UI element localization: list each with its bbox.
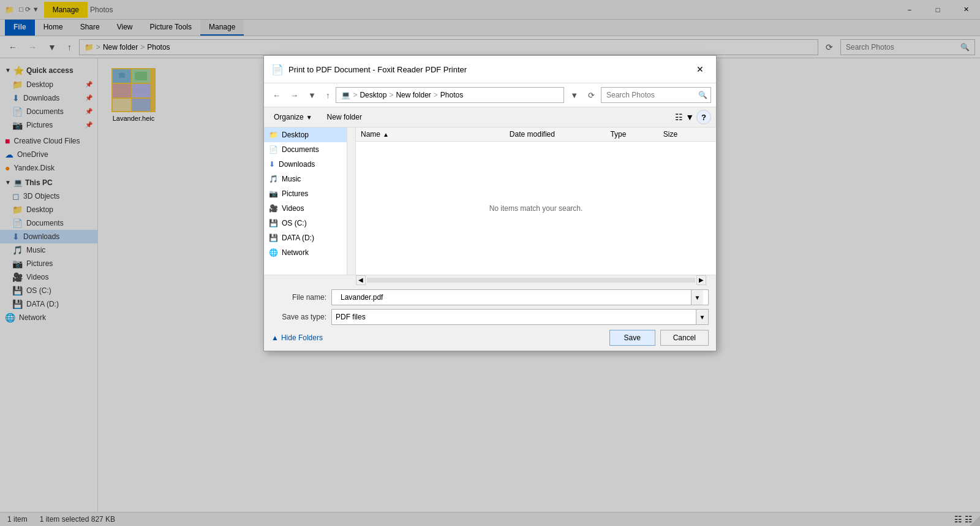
- dialog-down-button[interactable]: ▼: [304, 89, 320, 102]
- file-name-input[interactable]: [337, 293, 691, 302]
- hide-folders-label: Hide Folders: [281, 334, 323, 342]
- dlg-vid-icon: 🎥: [269, 204, 278, 213]
- dlg-desktop-label: Desktop: [282, 131, 309, 139]
- dlg-docs-label: Documents: [282, 145, 319, 154]
- save-as-input-container[interactable]: ▼: [331, 309, 709, 325]
- dialog-pc-icon: 💻: [341, 91, 350, 99]
- dlg-datad-icon: 💾: [269, 234, 278, 242]
- dlg-music-icon: 🎵: [269, 175, 278, 183]
- save-as-input[interactable]: [332, 310, 696, 324]
- organize-label: Organize: [274, 113, 304, 121]
- col-name-label: Name: [361, 130, 380, 139]
- dialog-sidebar-osc[interactable]: 💾 OS (C:): [264, 216, 355, 231]
- dialog-content: 📁 Desktop 📄 Documents ⬇ Downloads 🎵 Musi…: [264, 128, 716, 275]
- sort-icon: ▲: [383, 131, 389, 138]
- dlg-osc-label: OS (C:): [282, 219, 307, 227]
- dialog-forward-button[interactable]: →: [287, 89, 302, 102]
- dialog-buttons: Save Cancel: [609, 330, 709, 346]
- dlg-music-label: Music: [282, 175, 301, 183]
- dialog-nav: ← → ▼ ↑ 💻 > Desktop > New folder > Photo…: [264, 83, 716, 107]
- dialog-breadcrumb-desktop[interactable]: Desktop: [360, 91, 386, 99]
- dialog-file-area: Name ▲ Date modified Type Size No items …: [356, 128, 716, 275]
- dlg-dl-label: Downloads: [279, 160, 315, 169]
- save-as-field: Save as type: ▼: [271, 309, 709, 325]
- no-items-message: No items match your search.: [356, 142, 716, 275]
- dialog-search-bar[interactable]: 🔍: [601, 87, 711, 103]
- dialog-search-input[interactable]: [606, 91, 698, 99]
- dialog-bottom: File name: ▼ Save as type: ▼ ▲: [264, 284, 716, 351]
- dialog-hscrollbar[interactable]: ◀ ▶: [264, 275, 716, 284]
- save-dialog: 📄 Print to PDF Document - Foxit Reader P…: [263, 55, 717, 351]
- file-name-field: File name: ▼: [271, 289, 709, 305]
- save-as-label: Save as type:: [271, 313, 326, 321]
- dialog-breadcrumb-sep2: >: [434, 91, 438, 99]
- save-as-dropdown[interactable]: ▼: [696, 310, 708, 324]
- dialog-sidebar-desktop[interactable]: 📁 Desktop: [264, 128, 355, 142]
- dialog-search-icon: 🔍: [698, 91, 707, 99]
- dialog-help-button[interactable]: ?: [696, 110, 711, 124]
- dialog-app-icon: 📄: [271, 64, 284, 75]
- dialog-view-dropdown[interactable]: ▼: [685, 112, 694, 122]
- dialog-title-text: Print to PDF Document - Foxit Reader PDF…: [288, 65, 687, 74]
- dlg-vid-label: Videos: [282, 204, 304, 213]
- dialog-title-bar: 📄 Print to PDF Document - Foxit Reader P…: [264, 56, 716, 83]
- col-date-header[interactable]: Date modified: [510, 130, 606, 139]
- dialog-file-header: Name ▲ Date modified Type Size: [356, 128, 716, 142]
- dialog-sidebar-datad[interactable]: 💾 DATA (D:): [264, 231, 355, 245]
- dialog-breadcrumb-sep0: >: [353, 91, 357, 99]
- dialog-overlay: 📄 Print to PDF Document - Foxit Reader P…: [0, 0, 980, 526]
- hide-folders-toggle[interactable]: ▲ Hide Folders: [271, 334, 323, 342]
- dialog-breadcrumb-sep1: >: [389, 91, 393, 99]
- resize-handle[interactable]: [970, 516, 980, 526]
- hscroll-track[interactable]: [367, 278, 695, 283]
- file-name-dropdown[interactable]: ▼: [691, 290, 703, 305]
- dlg-pics-label: Pictures: [282, 189, 308, 198]
- dialog-dropdown-button[interactable]: ▼: [567, 89, 582, 102]
- dialog-sidebar-music[interactable]: 🎵 Music: [264, 172, 355, 186]
- dialog-refresh-button[interactable]: ⟳: [584, 89, 598, 102]
- new-folder-button[interactable]: New folder: [322, 111, 367, 123]
- dialog-sidebar-videos[interactable]: 🎥 Videos: [264, 201, 355, 216]
- dlg-osc-icon: 💾: [269, 219, 278, 227]
- col-name-header[interactable]: Name ▲: [361, 130, 505, 139]
- dlg-docs-icon: 📄: [269, 145, 278, 154]
- dlg-pics-icon: 📷: [269, 189, 278, 198]
- hscroll-left[interactable]: ◀: [356, 275, 366, 285]
- organize-button[interactable]: Organize ▼: [269, 111, 317, 123]
- dlg-net-icon: 🌐: [269, 248, 278, 257]
- file-name-label: File name:: [271, 293, 326, 302]
- organize-dropdown-icon: ▼: [306, 114, 312, 121]
- dialog-cancel-button[interactable]: Cancel: [660, 330, 709, 346]
- hide-folders-chevron: ▲: [271, 334, 279, 342]
- dialog-actions: ▲ Hide Folders Save Cancel: [271, 330, 709, 346]
- dialog-sidebar-documents[interactable]: 📄 Documents: [264, 142, 355, 157]
- dialog-sidebar-downloads[interactable]: ⬇ Downloads: [264, 157, 355, 172]
- dialog-view-button[interactable]: ☷: [675, 112, 683, 122]
- col-type-header[interactable]: Type: [610, 130, 658, 139]
- dialog-sidebar: 📁 Desktop 📄 Documents ⬇ Downloads 🎵 Musi…: [264, 128, 356, 275]
- hscroll-right[interactable]: ▶: [696, 275, 706, 285]
- dlg-datad-label: DATA (D:): [282, 234, 314, 242]
- dialog-save-button[interactable]: Save: [609, 330, 655, 346]
- dialog-breadcrumb-newfolder[interactable]: New folder: [396, 91, 431, 99]
- dialog-up-button[interactable]: ↑: [322, 89, 334, 102]
- dialog-sidebar-scrollbar[interactable]: [347, 128, 355, 275]
- dialog-sidebar-pictures[interactable]: 📷 Pictures: [264, 186, 355, 201]
- col-size-header[interactable]: Size: [663, 130, 711, 139]
- dialog-back-button[interactable]: ←: [269, 89, 284, 102]
- dialog-close-button[interactable]: ✕: [692, 61, 709, 78]
- dialog-breadcrumb-photos[interactable]: Photos: [440, 91, 463, 99]
- dlg-net-label: Network: [282, 248, 309, 257]
- dlg-desktop-icon: 📁: [269, 131, 278, 139]
- file-name-input-container[interactable]: ▼: [331, 289, 709, 305]
- dialog-toolbar: Organize ▼ New folder ☷ ▼ ?: [264, 107, 716, 128]
- dialog-breadcrumb[interactable]: 💻 > Desktop > New folder > Photos: [336, 87, 564, 103]
- dialog-sidebar-network[interactable]: 🌐 Network: [264, 245, 355, 260]
- new-folder-label: New folder: [327, 113, 362, 121]
- dlg-dl-icon: ⬇: [269, 160, 275, 169]
